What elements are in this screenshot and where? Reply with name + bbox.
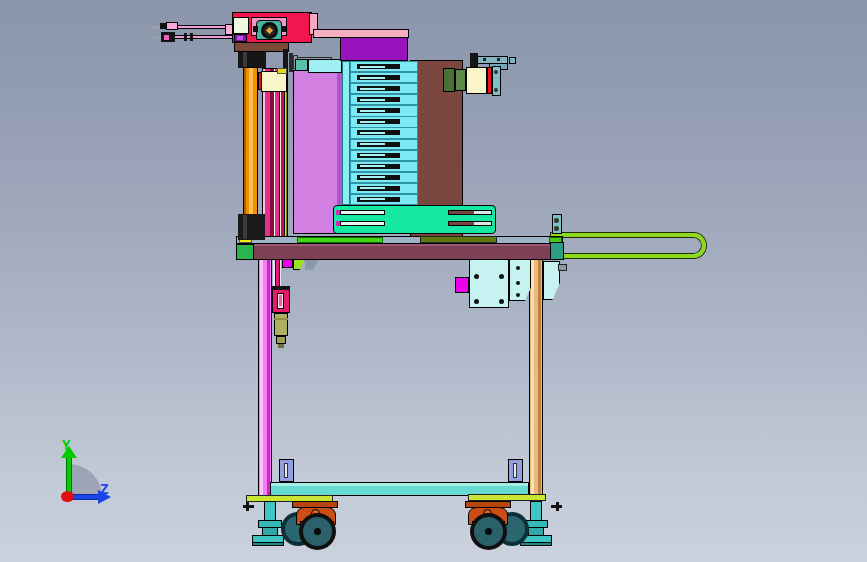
- ballscrew: [243, 67, 258, 215]
- mount-plate-a-screw3: [474, 299, 479, 304]
- probe-rod-lower-tick: [184, 33, 187, 41]
- mount-plate-a-screw1: [474, 274, 479, 279]
- cylinder-rod: [279, 295, 282, 306]
- fixture-pin: [336, 210, 340, 215]
- fixture-slot-a: [340, 210, 385, 215]
- probe-rod-upper-connector: [166, 22, 178, 30]
- carriage-yellow-clip: [277, 68, 287, 74]
- caster-wheel2-hub: [485, 528, 492, 535]
- gripper-body: [466, 67, 487, 94]
- tray-slot-highlight: [360, 165, 385, 167]
- probe-rod-lower-tick2: [190, 33, 193, 41]
- tray-slot-highlight: [360, 110, 385, 112]
- mount-plate-b-screw3: [516, 293, 520, 297]
- head-left-cap: [225, 24, 233, 35]
- belt-tensioner: [552, 214, 562, 234]
- fixture-slot-c-end: [474, 211, 491, 214]
- cad-scene: [0, 0, 867, 562]
- tray-slot-highlight: [360, 143, 385, 145]
- gripper-rail-dot2: [497, 58, 500, 61]
- eject-wedge: [293, 259, 305, 270]
- leveling-foot-right-stem: [530, 501, 542, 521]
- air-cylinder-cap: [276, 336, 286, 344]
- table-end-block-left: [236, 244, 254, 260]
- lower-beam-highlight: [271, 483, 528, 486]
- left-leg-shadow: [267, 241, 270, 497]
- mount-nub: [558, 264, 567, 271]
- probe-rod-upper-nub: [160, 23, 166, 29]
- axis-origin-dot: [61, 491, 74, 502]
- ballscrew-bottom-cap-highlight: [243, 215, 247, 239]
- head-cream-panel: [233, 17, 249, 34]
- table-end-block-right: [550, 242, 564, 260]
- tray-slot-highlight: [360, 77, 385, 79]
- motor-ear-right: [281, 26, 286, 32]
- belt-tensioner-screw2: [554, 226, 559, 231]
- gripper-mount-screw: [494, 70, 498, 74]
- gripper-pad-dark: [443, 68, 455, 92]
- right-leg-highlight: [531, 260, 534, 494]
- head-purple-clamp-inner: [237, 36, 243, 40]
- fixture-slot-b: [340, 221, 385, 226]
- sensor-box: [455, 277, 469, 293]
- belt-tensioner-screw: [554, 218, 559, 223]
- mount-plate-a-screw4: [499, 299, 504, 304]
- feeder-teal-block: [295, 59, 308, 71]
- feeder-arm: [308, 59, 342, 73]
- axis-label-y: Y: [62, 438, 70, 452]
- spindle-top-cap-highlight: [243, 52, 247, 68]
- tray-slot-highlight: [360, 198, 385, 200]
- tray-slot-highlight: [360, 99, 385, 101]
- carriage-rails: [262, 68, 288, 237]
- tabletop-highlight: [237, 244, 562, 246]
- beam-bracket-left-slot: [284, 463, 288, 478]
- motor-ear-left: [253, 26, 258, 32]
- right-leg-shadow: [538, 260, 541, 494]
- cad-viewport[interactable]: Y Z: [0, 0, 867, 562]
- mount-plate-b-screw2: [516, 281, 520, 285]
- left-leg-highlight: [260, 241, 263, 497]
- carriage-block: [261, 71, 287, 92]
- axis-label-z: Z: [100, 482, 108, 496]
- eject-wedge-gray: [305, 259, 319, 270]
- leveling-foot-left-edge: [252, 542, 284, 546]
- tray-slot-highlight: [360, 187, 385, 189]
- leveling-foot-left-stem: [264, 501, 276, 521]
- probe-rod-lower-pin: [153, 36, 161, 39]
- tray-slot-highlight: [360, 66, 385, 68]
- leveler-bolt-right-stem: [556, 502, 559, 511]
- fixture-slot-d-end: [474, 222, 491, 225]
- tray-slot-highlight: [360, 132, 385, 134]
- mount-plate-a-screw2: [499, 274, 504, 279]
- leveler-bolt-left-stem: [246, 502, 249, 511]
- axis-z-shaft: [71, 494, 100, 500]
- gripper-rail-dot: [483, 58, 486, 61]
- tray-slot-highlight: [360, 121, 385, 123]
- air-cylinder-band: [274, 318, 288, 320]
- mount-plate-b: [509, 259, 531, 301]
- axis-sector: [69, 464, 102, 497]
- tray-slot-highlight: [360, 88, 385, 90]
- magazine-left-rail: [342, 61, 350, 205]
- base-plate-right: [468, 494, 546, 501]
- beam-bracket-right-slot: [513, 463, 517, 478]
- leveling-foot-right-edge: [520, 542, 552, 546]
- air-cylinder: [274, 313, 288, 336]
- mount-plate-b-screw1: [516, 266, 520, 270]
- air-cylinder-tip: [278, 344, 284, 348]
- gripper-pad: [455, 69, 466, 91]
- probe-rod-lower-connector-dot: [164, 35, 169, 40]
- caster-wheel-hub: [314, 528, 321, 535]
- eject-block: [282, 259, 293, 268]
- tray-slot-highlight: [360, 154, 385, 156]
- magazine-top-plate: [340, 37, 408, 61]
- clamp-bar-a: [283, 49, 288, 70]
- gripper-rail-end: [509, 57, 516, 64]
- fixture-pin2: [336, 221, 340, 226]
- carriage-red-strip: [258, 72, 262, 90]
- cylinder-bracket-top: [272, 286, 290, 290]
- spindle-plate: [234, 42, 289, 52]
- gripper-mount-screw2: [494, 88, 498, 92]
- tray-slot-highlight: [360, 176, 385, 178]
- belt-loop: [551, 233, 706, 258]
